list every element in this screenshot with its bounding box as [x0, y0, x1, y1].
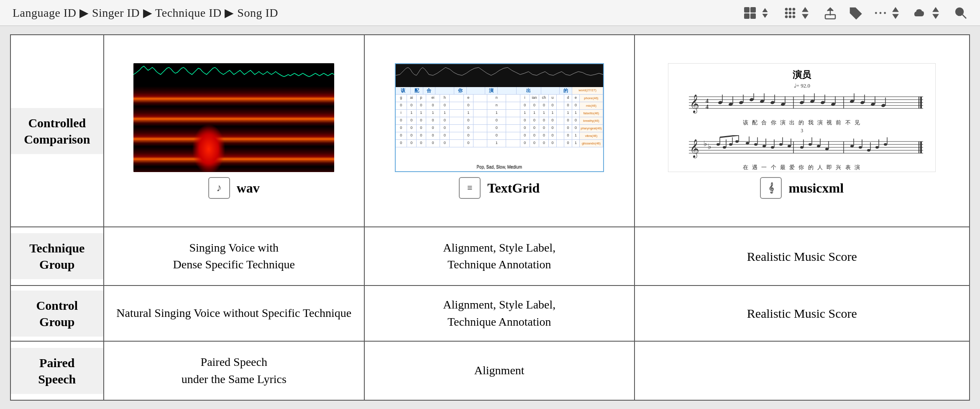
svg-rect-1 [751, 8, 755, 12]
paired-speech-row: Paired Speech Paired Speech under the Sa… [10, 341, 970, 400]
svg-point-17 [884, 12, 886, 13]
textgrid-container: 该 配 合 你 演 出 的 [365, 57, 634, 206]
svg-point-11 [789, 15, 791, 18]
svg-point-4 [785, 8, 788, 10]
textgrid-visual: 该 配 合 你 演 出 的 [395, 63, 604, 172]
technique-audio-desc: Singing Voice with Dense Specific Techni… [104, 227, 364, 286]
svg-point-12 [793, 15, 795, 18]
svg-point-76 [735, 140, 739, 143]
svg-point-72 [723, 146, 726, 149]
svg-point-54 [860, 101, 865, 105]
technique-annotation-desc: Alignment, Style Label, Technique Annota… [364, 227, 635, 286]
textgrid-file-icon: ≡ [459, 177, 481, 199]
toolbar-icons [743, 6, 967, 20]
control-annotation-desc: Alignment, Style Label, Technique Annota… [364, 286, 635, 341]
textgrid-cell: 该 配 合 你 演 出 的 [364, 35, 635, 227]
svg-point-15 [875, 12, 877, 13]
svg-point-84 [763, 145, 766, 147]
main-content: Controlled Comparison [0, 26, 980, 409]
technique-group-label: Technique Group [10, 227, 104, 286]
search-icon[interactable] [954, 6, 967, 20]
grid-view-icon[interactable] [743, 6, 772, 20]
controlled-comparison-row: Controlled Comparison [10, 35, 970, 227]
svg-point-14 [852, 9, 854, 11]
svg-point-28 [718, 101, 723, 105]
spectrogram [133, 63, 334, 172]
svg-text:4: 4 [706, 104, 709, 110]
waveform-container: ♪ wav [104, 57, 364, 206]
cloud-icon[interactable] [914, 6, 942, 20]
data-table: Controlled Comparison [10, 34, 970, 401]
controlled-comparison-label: Controlled Comparison [10, 35, 104, 227]
svg-line-78 [720, 135, 739, 137]
svg-point-82 [754, 143, 757, 146]
more-options-icon[interactable] [874, 6, 902, 20]
tg-header-row: 该 配 合 你 演 出 的 [396, 87, 603, 95]
svg-point-8 [789, 12, 791, 14]
svg-point-90 [788, 145, 791, 147]
green-waveform [133, 63, 334, 86]
control-group-label: Control Group [10, 286, 104, 341]
svg-point-16 [880, 12, 881, 13]
paired-speech-label: Paired Speech [10, 341, 104, 400]
svg-text:𝄞: 𝄞 [690, 139, 699, 158]
control-group-row: Control Group Natural Singing Voice with… [10, 286, 970, 341]
paired-score-desc [635, 341, 970, 400]
svg-rect-2 [745, 14, 749, 18]
svg-point-74 [729, 143, 732, 146]
svg-text:𝄞: 𝄞 [690, 94, 699, 113]
textgrid-file-label: ≡ TextGrid [459, 177, 540, 199]
svg-point-107 [875, 146, 879, 149]
tag-icon[interactable] [849, 6, 862, 20]
svg-point-80 [746, 142, 749, 144]
score-container: 演员 ♩= 92.0 [635, 57, 969, 206]
musicxml-file-icon: 𝄞 [760, 177, 782, 199]
svg-text:♭: ♭ [704, 139, 707, 148]
control-audio-desc: Natural Singing Voice without Specific T… [104, 286, 364, 341]
tg-waveform [396, 64, 603, 87]
svg-line-19 [962, 15, 966, 18]
svg-point-109 [884, 143, 887, 146]
score-staff-1: ♩= 92.0 𝄞 [675, 82, 929, 127]
svg-point-32 [739, 101, 744, 105]
svg-point-18 [956, 8, 963, 15]
svg-point-98 [825, 148, 829, 150]
svg-point-92 [800, 146, 803, 149]
svg-point-43 [800, 101, 804, 105]
breadcrumb: Language ID ▶ Singer ID ▶ Technique ID ▶… [13, 6, 735, 20]
svg-point-103 [859, 146, 862, 149]
svg-point-70 [716, 143, 720, 146]
svg-point-34 [750, 98, 754, 102]
svg-point-38 [770, 101, 775, 105]
svg-point-88 [779, 143, 783, 146]
svg-point-7 [785, 12, 788, 14]
wav-file-label: ♪ wav [208, 177, 260, 199]
wav-file-icon: ♪ [208, 177, 230, 199]
svg-point-9 [793, 12, 795, 14]
paired-annotation-desc: Alignment [364, 341, 635, 400]
grid-dots-icon[interactable] [783, 6, 812, 20]
svg-point-5 [789, 8, 791, 10]
wav-cell: ♪ wav [104, 35, 364, 227]
svg-text:4: 4 [706, 98, 709, 104]
svg-text:♭: ♭ [708, 142, 711, 151]
control-score-desc: Realistic Music Score [635, 286, 970, 341]
technique-score-desc: Realistic Music Score [635, 227, 970, 286]
svg-rect-0 [745, 8, 749, 12]
svg-point-101 [850, 145, 854, 147]
svg-point-105 [867, 149, 870, 152]
svg-rect-3 [751, 14, 755, 18]
svg-point-96 [817, 145, 820, 147]
tg-data-row-1: g ai p ei h e n i [396, 95, 603, 102]
svg-point-94 [809, 143, 812, 146]
score-staff-2: 3 𝄞 ♭ ♭ [675, 127, 929, 172]
svg-point-10 [785, 15, 788, 18]
technique-group-row: Technique Group Singing Voice with Dense… [10, 227, 970, 286]
musicxml-file-label: 𝄞 musicxml [760, 177, 844, 199]
share-icon[interactable] [824, 6, 837, 20]
score-visual: 演员 ♩= 92.0 [668, 63, 936, 172]
tg-data-row-2: 0 0 0 0 0 0 n 0 [396, 102, 603, 110]
score-cell: 演员 ♩= 92.0 [635, 35, 970, 227]
svg-point-6 [793, 8, 795, 10]
svg-point-47 [821, 101, 825, 105]
